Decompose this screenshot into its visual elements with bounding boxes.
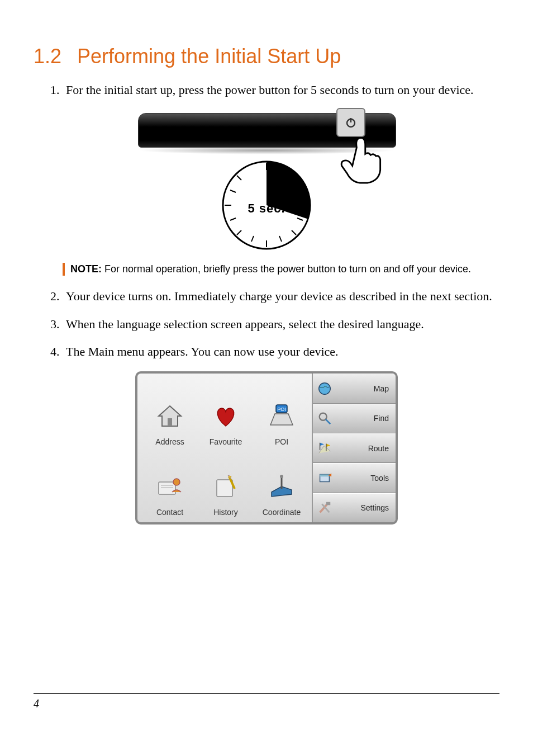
- side-label: Find: [335, 414, 391, 423]
- contact-icon: [153, 470, 187, 503]
- svg-point-23: [173, 479, 180, 485]
- side-label: Settings: [335, 503, 391, 512]
- menu-item-coordinate[interactable]: Coordinate: [255, 450, 308, 517]
- device-illustration: 5 sec.: [34, 110, 499, 253]
- menu-item-label: Address: [155, 437, 184, 446]
- globe-icon: [316, 380, 333, 397]
- stopwatch-icon: 5 sec.: [219, 158, 314, 253]
- side-tools[interactable]: Tools: [313, 463, 396, 493]
- history-icon: [209, 470, 242, 503]
- side-label: Map: [335, 384, 391, 393]
- page-footer: 4: [34, 693, 499, 710]
- svg-marker-33: [320, 442, 324, 446]
- section-number: 1.2: [34, 45, 61, 68]
- note-label: NOTE:: [70, 263, 102, 275]
- svg-text:POI: POI: [277, 407, 286, 412]
- menu-item-label: Favourite: [210, 437, 242, 446]
- svg-marker-35: [326, 443, 330, 447]
- house-icon: [153, 399, 187, 433]
- pointing-hand-icon: [335, 131, 389, 185]
- drawer-icon: [316, 470, 333, 486]
- note-text: For normal operation, briefly press the …: [104, 263, 471, 275]
- menu-item-label: History: [213, 508, 238, 517]
- svg-point-30: [319, 383, 331, 395]
- menu-side: Map Find Route Tools: [312, 374, 396, 522]
- heart-icon: [209, 399, 242, 433]
- step-2: Your device turns on. Immediately charge…: [63, 288, 499, 305]
- steps-list-continued: Your device turns on. Immediately charge…: [34, 288, 499, 360]
- coordinate-icon: [265, 470, 298, 503]
- menu-item-poi[interactable]: POI POI: [255, 379, 308, 446]
- menu-item-label: Coordinate: [263, 508, 301, 517]
- page: 1.2 Performing the Initial Start Up For …: [0, 0, 533, 756]
- menu-grid: Address Favourite POI POI: [137, 374, 312, 522]
- device-body: [138, 113, 396, 148]
- menu-item-label: POI: [275, 437, 288, 446]
- menu-item-contact[interactable]: Contact: [143, 450, 197, 517]
- poi-icon: POI: [265, 399, 298, 433]
- side-label: Route: [335, 444, 391, 453]
- magnifier-icon: [316, 410, 333, 427]
- svg-rect-40: [326, 502, 330, 505]
- tools-icon: [316, 499, 333, 516]
- step-4: The Main menu appears. You can now use y…: [63, 343, 499, 360]
- side-find[interactable]: Find: [313, 404, 396, 433]
- svg-rect-20: [159, 482, 175, 494]
- side-label: Tools: [335, 474, 391, 483]
- menu-item-label: Contact: [156, 508, 183, 517]
- main-menu-screenshot: Address Favourite POI POI: [135, 371, 398, 525]
- svg-marker-19: [270, 414, 293, 425]
- menu-item-history[interactable]: History: [199, 450, 253, 517]
- svg-point-29: [280, 475, 283, 478]
- note-box: NOTE: For normal operation, briefly pres…: [63, 263, 499, 276]
- stopwatch-label: 5 sec.: [219, 201, 314, 216]
- menu-item-favourite[interactable]: Favourite: [199, 379, 253, 446]
- side-route[interactable]: Route: [313, 433, 396, 463]
- side-map[interactable]: Map: [313, 374, 396, 403]
- step-3: When the language selection screen appea…: [63, 316, 499, 333]
- menu-item-address[interactable]: Address: [143, 379, 197, 446]
- side-settings[interactable]: Settings: [313, 493, 396, 522]
- steps-list: For the initial start up, press the powe…: [34, 82, 499, 98]
- section-title: Performing the Initial Start Up: [77, 45, 341, 68]
- svg-line-32: [326, 419, 330, 424]
- svg-rect-24: [217, 480, 232, 497]
- section-heading: 1.2 Performing the Initial Start Up: [34, 45, 499, 68]
- svg-rect-16: [168, 418, 172, 426]
- page-number: 4: [34, 697, 39, 710]
- flag-route-icon: [316, 440, 333, 457]
- svg-point-31: [320, 413, 327, 420]
- svg-rect-38: [320, 475, 330, 477]
- step-1: For the initial start up, press the powe…: [63, 82, 499, 98]
